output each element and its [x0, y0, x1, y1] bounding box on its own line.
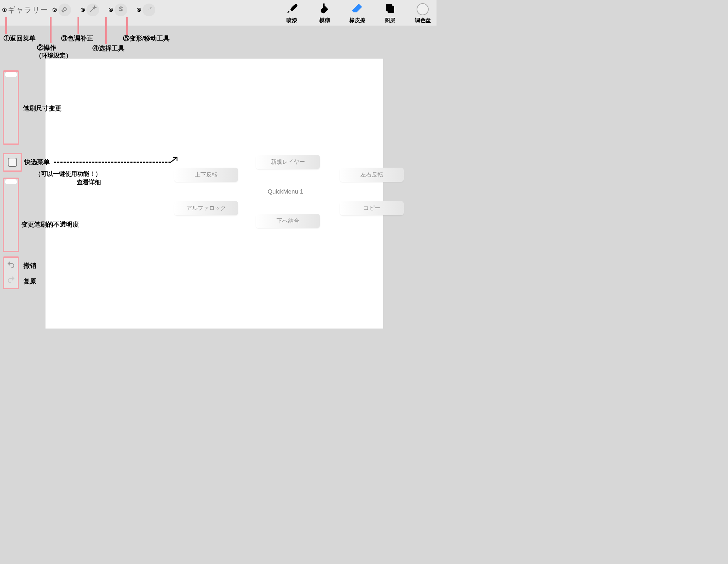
square-icon — [8, 158, 17, 167]
redo-label: 复原 — [23, 277, 36, 286]
quickmenu-label: 快选菜单 — [24, 158, 50, 166]
actions-button[interactable] — [58, 4, 71, 16]
undo-redo-box — [3, 256, 19, 289]
qm-item-top[interactable]: 新規レイヤー — [256, 155, 320, 169]
qm-item-right1[interactable]: 左右反転 — [340, 168, 404, 182]
top-left-group: ① ギャラリー ② ③ ④ ⑤ — [0, 0, 155, 16]
eraser-tool[interactable]: 橡皮擦 — [344, 3, 370, 24]
marker-3: ③ — [80, 7, 85, 13]
quickmenu-button[interactable] — [3, 153, 22, 172]
brush-label: 喷漆 — [287, 17, 297, 24]
opacity-label: 变更笔刷的不透明度 — [21, 220, 79, 229]
qm-item-left1[interactable]: 上下反転 — [174, 168, 238, 182]
opacity-knob[interactable] — [5, 179, 17, 184]
annotation-line-1 — [5, 17, 7, 34]
transform-button[interactable] — [143, 4, 155, 16]
selection-button[interactable] — [114, 4, 127, 16]
marker-5: ⑤ — [136, 7, 141, 13]
layers-icon — [384, 3, 396, 16]
smudge-icon — [318, 2, 331, 16]
selection-s-icon — [117, 5, 125, 15]
marker-4: ④ — [108, 7, 113, 13]
adjustments-button[interactable] — [86, 4, 99, 16]
brush-tool[interactable]: 喷漆 — [279, 3, 305, 24]
brush-icon — [286, 2, 298, 16]
annotation-label-3: ③色调补正 — [61, 34, 93, 43]
qm-item-right2[interactable]: コピー — [340, 201, 404, 215]
canvas-area[interactable] — [46, 59, 383, 329]
dashed-arrow-line — [54, 162, 171, 163]
eraser-icon — [351, 2, 364, 16]
gallery-button[interactable]: ギャラリー — [7, 5, 48, 15]
quickmenu-note: （可以一键使用功能！） — [35, 170, 101, 178]
color-tool[interactable]: 调色盘 — [410, 3, 436, 24]
layers-label: 图层 — [385, 17, 395, 24]
annotation-line-3 — [77, 17, 79, 34]
layers-tool[interactable]: 图层 — [377, 3, 403, 24]
top-toolbar: ① ギャラリー ② ③ ④ ⑤ — [0, 0, 437, 26]
color-label: 调色盘 — [415, 17, 431, 24]
color-circle-icon — [417, 3, 429, 15]
annotation-line-5 — [126, 17, 128, 35]
wand-icon — [89, 5, 97, 15]
annotation-label-2a: ②操作 — [37, 43, 56, 52]
quickmenu-more: 查看详细 — [77, 178, 101, 186]
eraser-label: 橡皮擦 — [349, 17, 365, 24]
arrow-head-icon — [170, 155, 181, 166]
undo-label: 撤销 — [23, 261, 36, 270]
smudge-tool[interactable]: 模糊 — [311, 3, 338, 24]
qm-title: QuickMenu 1 — [268, 188, 303, 195]
smudge-label: 模糊 — [319, 17, 330, 24]
annotation-label-5: ⑤变形/移动工具 — [123, 34, 170, 43]
annotation-line-2 — [50, 17, 52, 43]
opacity-slider[interactable] — [3, 178, 19, 252]
annotation-label-1: ①返回菜单 — [4, 34, 36, 43]
annotation-line-4 — [105, 17, 107, 44]
undo-icon[interactable] — [7, 260, 15, 270]
redo-icon[interactable] — [7, 275, 15, 285]
brush-size-knob[interactable] — [5, 72, 17, 77]
qm-item-left2[interactable]: アルファロック — [174, 201, 238, 215]
qm-item-bottom[interactable]: 下へ結合 — [256, 214, 320, 228]
cursor-arrow-icon — [145, 5, 153, 15]
marker-2: ② — [52, 7, 57, 13]
wrench-icon — [61, 5, 69, 15]
top-right-tools: 喷漆 模糊 橡皮擦 图层 调色盘 — [279, 3, 437, 24]
svg-rect-1 — [387, 6, 394, 13]
brush-size-slider[interactable] — [3, 70, 19, 145]
brush-size-label: 笔刷尺寸变更 — [23, 104, 61, 113]
annotation-label-4: ④选择工具 — [92, 44, 124, 53]
marker-1: ① — [2, 7, 7, 13]
